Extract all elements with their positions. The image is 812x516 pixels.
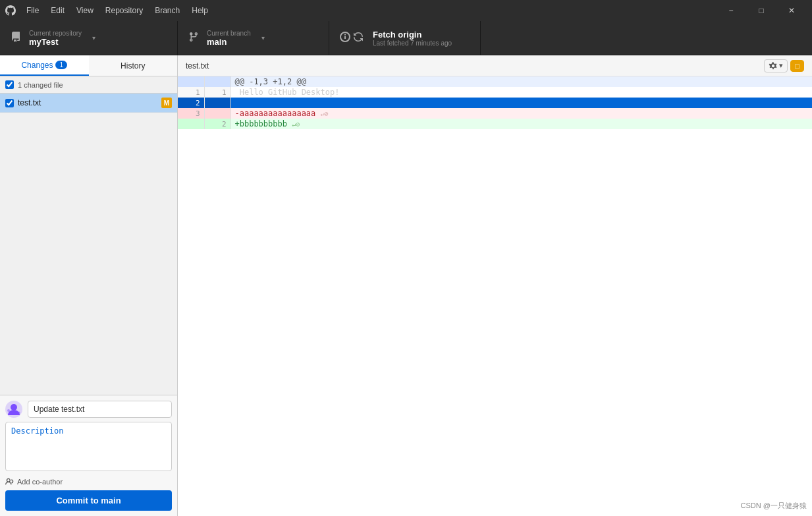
diff-line-content [230,98,812,108]
fetch-icon [340,32,350,45]
commit-area: Add co-author Commit to main [0,395,177,516]
commit-button[interactable]: Commit to main [5,490,172,511]
return-char-icon: ↵⊘ [321,110,329,117]
changes-badge: 1 [55,61,67,69]
titlebar-left: File Edit View Repository Branch Help [5,5,213,16]
branch-name: main [207,37,251,47]
svg-point-3 [18,412,20,414]
select-all-checkbox[interactable] [5,80,14,89]
repo-info: Current repository myTest [29,30,82,47]
table-row: 2 +bbbbbbbbbb ↵⊘ [178,119,812,129]
maximize-button[interactable]: □ [746,0,776,21]
branch-icon [188,32,199,45]
diff-line-content: +bbbbbbbbbb ↵⊘ [230,119,812,129]
diff-line-content: -aaaaaaaaaaaaaaaa ↵⊘ [230,108,812,119]
diff-new-num [204,76,230,87]
fetch-sub: Last fetched 7 minutes ago [373,40,452,47]
diff-actions: ▾ □ [764,59,804,72]
diff-header: test.txt ▾ □ [178,55,812,76]
avatar [5,401,22,418]
diff-old-num: 3 [178,108,204,119]
add-co-author-button[interactable]: Add co-author [5,477,63,486]
svg-point-1 [11,404,17,411]
fetch-label: Fetch origin [373,30,452,40]
file-name: test.txt [18,98,157,107]
table-row: 1 1 Hello GitHub Desktop! [178,87,812,98]
branch-label: Current branch [207,30,251,37]
diff-content: @@ -1,3 +1,2 @@ 1 1 Hello GitHub Desktop… [178,76,812,516]
diff-old-num: 1 [178,87,204,98]
commit-description-input[interactable] [5,422,172,471]
svg-point-2 [7,409,10,412]
main-content: Changes 1 History 1 changed file test.tx… [0,55,812,516]
diff-new-num [204,98,230,108]
diff-old-num [178,119,204,129]
diff-settings-button[interactable]: ▾ [764,59,788,72]
titlebar-menu: File Edit View Repository Branch Help [21,5,213,16]
watermark: CSDN @一只健身猿 [741,501,807,511]
menu-view[interactable]: View [71,5,99,16]
changed-files-header: 1 changed file [0,76,177,94]
commit-summary [5,401,172,418]
diff-filename: test.txt [186,61,209,71]
fetch-info: Fetch origin Last fetched 7 minutes ago [373,30,452,47]
tab-history[interactable]: History [89,55,178,76]
branch-info: Current branch main [207,30,251,47]
minimize-button[interactable]: − [716,0,746,21]
diff-table: @@ -1,3 +1,2 @@ 1 1 Hello GitHub Desktop… [178,76,812,129]
diff-new-num: 1 [204,87,230,98]
file-list: test.txt M [0,94,177,395]
titlebar: File Edit View Repository Branch Help − … [0,0,812,21]
diff-line-content: Hello GitHub Desktop! [230,87,812,98]
diff-hunk-row: @@ -1,3 +1,2 @@ [178,76,812,87]
sync-icon [353,32,364,45]
repo-icon [11,32,21,45]
diff-old-num [178,76,204,87]
file-status-badge: M [161,98,172,108]
titlebar-controls: − □ ✕ [716,0,807,21]
toolbar: Current repository myTest ▾ Current bran… [0,21,812,55]
return-char-icon: ↵⊘ [292,121,300,128]
menu-file[interactable]: File [21,5,44,16]
table-row: 2 [178,98,812,108]
diff-hunk-header: @@ -1,3 +1,2 @@ [230,76,812,87]
left-panel: Changes 1 History 1 changed file test.tx… [0,55,178,516]
branch-chevron-icon: ▾ [261,34,265,42]
commit-summary-input[interactable] [28,401,172,418]
commit-footer: Add co-author [5,477,172,486]
table-row: 3 -aaaaaaaaaaaaaaaa ↵⊘ [178,108,812,119]
diff-new-num: 2 [204,119,230,129]
current-repository-section[interactable]: Current repository myTest ▾ [0,21,178,55]
add-co-author-label: Add co-author [17,478,63,486]
menu-branch[interactable]: Branch [149,5,185,16]
repo-name: myTest [29,37,82,47]
close-button[interactable]: ✕ [776,0,807,21]
fetch-origin-section[interactable]: Fetch origin Last fetched 7 minutes ago [329,21,481,55]
file-checkbox[interactable] [5,99,14,107]
repo-chevron-icon: ▾ [92,34,95,42]
diff-old-num: 2 [178,98,204,108]
diff-new-num [204,108,230,119]
menu-edit[interactable]: Edit [45,5,70,16]
github-logo-icon [5,5,16,16]
expand-button[interactable]: □ [790,60,804,72]
menu-repository[interactable]: Repository [100,5,148,16]
menu-help[interactable]: Help [186,5,213,16]
repo-label: Current repository [29,30,82,37]
tab-changes[interactable]: Changes 1 [0,55,89,76]
tabs: Changes 1 History [0,55,177,76]
settings-label: ▾ [779,61,783,70]
right-panel: test.txt ▾ □ [178,55,812,516]
current-branch-section[interactable]: Current branch main ▾ [178,21,329,55]
changed-files-count: 1 changed file [18,81,63,89]
list-item[interactable]: test.txt M [0,94,177,113]
